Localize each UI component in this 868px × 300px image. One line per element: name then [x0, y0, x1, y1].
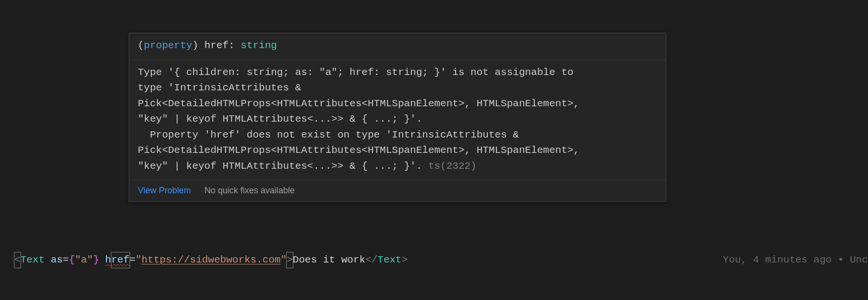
sig-paren-open: (	[138, 40, 144, 51]
jsx-close-angle: >	[286, 252, 293, 269]
gitlens-blame-text: You, 4 minutes ago • Unc	[723, 252, 868, 268]
space	[45, 252, 51, 268]
jsx-eq: =	[63, 252, 69, 268]
tooltip-footer: View Problem No quick fixes available	[129, 180, 666, 201]
tooltip-error-body: Type '{ children: string; as: "a"; href:…	[129, 60, 666, 181]
sig-keyword: property	[144, 40, 193, 51]
jsx-inner-text: Does it work	[293, 252, 365, 268]
error-code: ts(2322)	[422, 161, 476, 172]
jsx-attr-as: as	[51, 252, 63, 268]
jsx-as-value: "a"	[75, 252, 93, 268]
jsx-brace-close: }	[93, 252, 99, 268]
jsx-attr-href-ref: ref	[111, 252, 130, 269]
jsx-close-open-angle: <	[365, 252, 372, 268]
sig-colon: :	[229, 40, 241, 51]
tooltip-signature: (property) href: string	[129, 33, 666, 60]
jsx-eq2: =	[130, 252, 136, 268]
hover-tooltip: (property) href: string Type '{ children…	[129, 33, 666, 202]
gitlens-blame-annotation: You, 4 minutes ago • Unc	[723, 251, 868, 269]
jsx-quote-open: "	[135, 252, 142, 268]
jsx-brace-open: {	[69, 252, 75, 268]
sig-paren-close: )	[192, 40, 198, 51]
view-problem-link[interactable]: View Problem	[138, 184, 191, 198]
jsx-open-angle: <	[14, 252, 21, 269]
jsx-slash: /	[372, 252, 378, 268]
jsx-close-close-angle: >	[402, 252, 408, 268]
jsx-href-url: https://sidwebworks.com	[142, 252, 281, 268]
jsx-component-open: Text	[21, 252, 45, 268]
sig-space	[198, 40, 205, 51]
error-message-text: Type '{ children: string; as: "a"; href:…	[138, 67, 579, 172]
space	[99, 252, 106, 268]
sig-name: href	[205, 40, 229, 51]
no-quick-fixes-label: No quick fixes available	[205, 184, 295, 198]
sig-type: string	[241, 40, 277, 51]
jsx-component-close: Text	[377, 252, 401, 268]
